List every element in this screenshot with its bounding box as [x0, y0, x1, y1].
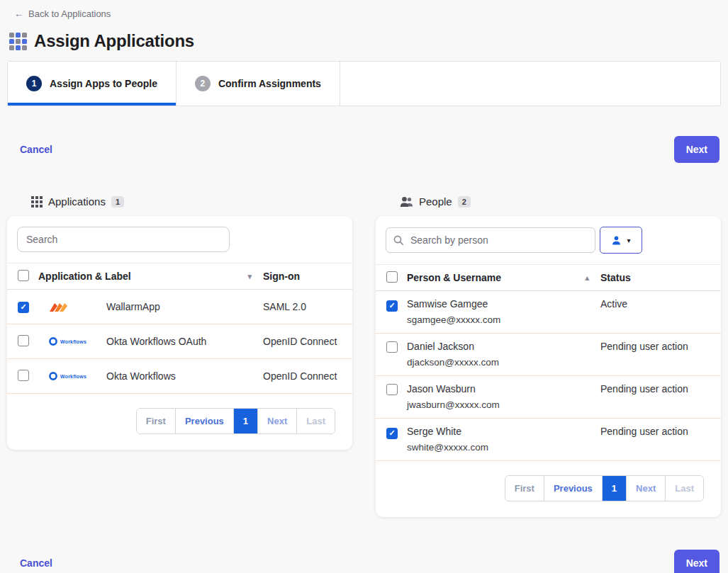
tab-confirm-assignments[interactable]: 2 Confirm Assignments	[177, 62, 340, 106]
table-row: WallarmApp SAML 2.0	[7, 290, 352, 324]
column-header-application-label[interactable]: Application & Label ▾	[38, 271, 263, 282]
pagination-previous-button[interactable]: Previous	[544, 476, 602, 501]
applications-search-area	[7, 216, 352, 263]
people-search-input[interactable]	[386, 227, 595, 253]
person-status: Pending user action	[600, 341, 721, 352]
person-status: Pending user action	[600, 426, 721, 437]
table-row: Jason Wasburn jwasburn@xxxxx.com Pending…	[376, 376, 721, 419]
app-signon: SAML 2.0	[263, 301, 352, 312]
app-signon: OpenID Connect	[263, 336, 352, 347]
column-header-person-username[interactable]: Person & Username ▴	[407, 272, 600, 283]
next-button-top[interactable]: Next	[674, 136, 719, 163]
table-row: Daniel Jackson djackson@xxxxx.com Pendin…	[376, 334, 721, 376]
row-checkbox[interactable]	[386, 428, 398, 439]
row-checkbox[interactable]	[386, 341, 398, 353]
person-status: Active	[600, 298, 721, 310]
people-panel-title: People	[419, 195, 452, 208]
applications-search-input[interactable]	[17, 227, 230, 252]
sort-asc-icon[interactable]: ▴	[585, 273, 589, 283]
okta-workflows-logo-text: Workflows	[60, 374, 86, 379]
row-checkbox[interactable]	[386, 384, 398, 395]
page-title-row: Assign Applications	[9, 31, 721, 51]
pagination-page-1-button[interactable]: 1	[233, 409, 257, 433]
person-status: Pending user action	[600, 383, 721, 395]
applications-panel-header: Applications 1	[31, 195, 352, 208]
tab-1-label: Assign Apps to People	[50, 78, 157, 89]
people-icon	[400, 196, 413, 208]
applications-table-header: Application & Label ▾ Sign-on	[7, 263, 352, 290]
row-checkbox[interactable]	[18, 302, 29, 313]
apps-grid-icon	[9, 32, 27, 50]
people-table-header: Person & Username ▴ Status	[376, 265, 721, 291]
pagination-page-1-button[interactable]: 1	[602, 476, 626, 501]
tab-2-label: Confirm Assignments	[218, 78, 321, 89]
bottom-actions-row: Cancel Next	[7, 550, 721, 573]
app-name: Okta Workflows OAuth	[106, 336, 263, 347]
table-row: Serge White swhite@xxxxx.com Pending use…	[376, 419, 721, 461]
person-name: Daniel Jackson	[407, 341, 600, 352]
person-name: Serge White	[407, 426, 600, 437]
okta-workflows-logo-icon: Workflows	[48, 371, 86, 381]
tab-assign-apps-to-people[interactable]: 1 Assign Apps to People	[8, 62, 177, 106]
people-panel-header: People 2	[400, 195, 721, 208]
person-username-header-text: Person & Username	[407, 272, 501, 283]
people-panel: People 2	[376, 195, 721, 517]
wallarm-logo-icon	[48, 301, 69, 312]
app-name: WallarmApp	[106, 301, 263, 312]
person-name: Samwise Gamgee	[407, 298, 600, 310]
panels-container: Applications 1 Application & Label ▾ Sig…	[7, 195, 721, 517]
people-card: ▾ Person & Username ▴ Status Samwise Gam…	[376, 216, 721, 517]
sort-desc-icon[interactable]: ▾	[247, 272, 252, 281]
tab-2-number-badge: 2	[195, 76, 211, 91]
applications-panel: Applications 1 Application & Label ▾ Sig…	[7, 195, 352, 450]
tab-1-number-badge: 1	[26, 76, 42, 91]
applications-select-all-checkbox[interactable]	[18, 270, 29, 281]
person-icon	[611, 235, 622, 246]
application-label-header-text: Application & Label	[38, 271, 131, 282]
back-to-applications-link[interactable]: ← Back to Applications	[14, 8, 111, 19]
people-pagination: First Previous 1 Next Last	[376, 461, 721, 517]
pagination-last-button[interactable]: Last	[665, 476, 703, 501]
pagination-first-button[interactable]: First	[137, 409, 175, 433]
pagination-last-button[interactable]: Last	[296, 409, 335, 433]
row-checkbox[interactable]	[18, 370, 29, 381]
pagination-first-button[interactable]: First	[505, 476, 544, 501]
okta-workflows-logo-text: Workflows	[60, 339, 86, 344]
applications-count-badge: 1	[111, 196, 124, 208]
person-username: sgamgee@xxxxx.com	[407, 314, 600, 325]
people-select-all-checkbox[interactable]	[386, 271, 398, 283]
search-icon	[393, 234, 404, 246]
app-name: Okta Workflows	[106, 370, 263, 382]
row-checkbox[interactable]	[386, 300, 398, 312]
wizard-tabbar: 1 Assign Apps to People 2 Confirm Assign…	[7, 61, 721, 106]
person-name: Jason Wasburn	[407, 383, 600, 395]
person-username: djackson@xxxxx.com	[407, 357, 600, 368]
table-row: Samwise Gamgee sgamgee@xxxxx.com Active	[376, 291, 721, 334]
cancel-link-top[interactable]: Cancel	[20, 144, 52, 155]
table-row: Workflows Okta Workflows OpenID Connect	[7, 359, 352, 394]
person-username: swhite@xxxxx.com	[407, 442, 600, 453]
next-button-bottom[interactable]: Next	[674, 550, 719, 573]
row-checkbox[interactable]	[18, 335, 29, 346]
people-filter-dropdown[interactable]: ▾	[600, 227, 642, 254]
applications-grid-icon	[31, 196, 43, 208]
app-signon: OpenID Connect	[263, 370, 352, 382]
top-actions-row: Cancel Next	[7, 136, 721, 163]
column-header-status: Status	[600, 272, 721, 283]
people-search-area: ▾	[376, 216, 721, 265]
applications-pagination: First Previous 1 Next Last	[7, 394, 352, 450]
back-link-label: Back to Applications	[28, 8, 111, 19]
pagination-next-button[interactable]: Next	[626, 476, 665, 501]
pagination-previous-button[interactable]: Previous	[175, 409, 233, 433]
applications-panel-title: Applications	[48, 195, 106, 208]
cancel-link-bottom[interactable]: Cancel	[20, 557, 52, 569]
person-username: jwasburn@xxxxx.com	[407, 399, 600, 410]
okta-workflows-logo-icon: Workflows	[48, 336, 86, 346]
pagination-next-button[interactable]: Next	[257, 409, 296, 433]
page-title: Assign Applications	[34, 31, 194, 51]
table-row: Workflows Okta Workflows OAuth OpenID Co…	[7, 324, 352, 359]
applications-card: Application & Label ▾ Sign-on	[7, 216, 352, 450]
chevron-down-icon: ▾	[627, 237, 630, 244]
back-arrow-icon: ←	[14, 8, 23, 19]
people-count-badge: 2	[458, 196, 471, 208]
